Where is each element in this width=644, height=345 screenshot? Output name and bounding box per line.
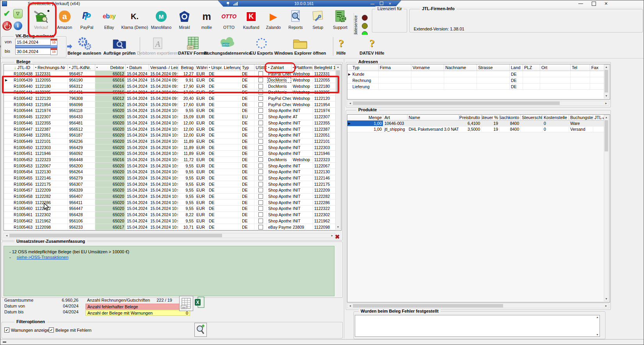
belege-row-R1005463[interactable]: R100546311220989562336501715.04.202415.0… bbox=[4, 224, 341, 230]
table-cell[interactable]: 796308 bbox=[68, 96, 95, 102]
table-cell[interactable]: EUR bbox=[195, 89, 208, 96]
table-cell[interactable]: 1122323 bbox=[34, 157, 68, 163]
table-cell[interactable]: 1121954 bbox=[313, 101, 336, 108]
table-cell[interactable]: 1122098 bbox=[313, 224, 336, 230]
table-cell[interactable]: EUR bbox=[195, 108, 208, 114]
table-cell[interactable]: EUR bbox=[195, 132, 208, 139]
table-cell[interactable]: 65020 bbox=[95, 199, 126, 206]
table-cell[interactable]: 65020 bbox=[95, 114, 126, 120]
table-cell[interactable]: Webshop bbox=[292, 71, 313, 77]
table-cell[interactable]: DE bbox=[510, 77, 523, 84]
table-cell[interactable]: 12,00 bbox=[178, 126, 195, 132]
table-cell[interactable]: 65020 bbox=[95, 169, 126, 175]
toolbar-item-ebay[interactable]: ebayEBay bbox=[98, 7, 120, 35]
table-cell[interactable]: R1005449 bbox=[4, 139, 34, 145]
table-cell[interactable]: DE bbox=[241, 126, 254, 132]
table-cell[interactable]: 1122331 bbox=[313, 71, 336, 77]
table-cell[interactable]: 15.04.2024 10:05 bbox=[149, 194, 178, 200]
ustid-checkbox[interactable] bbox=[258, 90, 263, 94]
table-cell[interactable]: DE bbox=[208, 206, 241, 212]
table-cell[interactable]: 9,55 bbox=[178, 187, 195, 194]
table-cell[interactable]: DE bbox=[241, 194, 254, 200]
column-header-debitor[interactable]: •Debitor bbox=[95, 64, 126, 71]
table-cell[interactable]: R1005451 bbox=[4, 151, 34, 157]
table-cell[interactable]: Rechnung bbox=[347, 77, 379, 84]
table-cell[interactable]: INIT bbox=[292, 218, 313, 224]
table-cell[interactable]: 15.04.2024 bbox=[126, 218, 149, 224]
table-cell[interactable]: 65012 bbox=[95, 96, 126, 102]
table-cell[interactable]: 15.04.2024 10:02 bbox=[149, 132, 178, 139]
table-cell[interactable]: 12,00 bbox=[178, 120, 195, 126]
table-cell[interactable]: 1122307 bbox=[313, 114, 336, 120]
table-cell[interactable]: 1122322 bbox=[34, 206, 68, 212]
table-cell[interactable]: 65020 bbox=[95, 108, 126, 114]
table-cell[interactable]: INIT bbox=[292, 175, 313, 181]
table-cell[interactable]: eBay Paymer bbox=[267, 224, 292, 230]
toolbar-item-mirakl[interactable]: Mirakl bbox=[173, 7, 196, 35]
column-header-ort[interactable]: Ort bbox=[540, 64, 571, 71]
table-cell[interactable]: 15.04.2024 bbox=[126, 126, 149, 132]
table-cell[interactable]: 15.04.2024 bbox=[126, 101, 149, 108]
table-cell[interactable]: 15.04.2024 10:01 bbox=[149, 114, 178, 120]
table-cell[interactable]: 1122175 bbox=[34, 181, 68, 187]
table-cell[interactable]: 15.04.2024 bbox=[126, 187, 149, 194]
table-cell[interactable]: DE bbox=[241, 132, 254, 139]
table-cell[interactable]: 65020 bbox=[95, 206, 126, 212]
table-cell[interactable]: Versand bbox=[569, 126, 593, 132]
table-cell[interactable] bbox=[379, 77, 411, 84]
ustid-checkbox[interactable] bbox=[258, 127, 263, 132]
table-cell[interactable] bbox=[593, 126, 604, 132]
table-cell[interactable]: 15.04.2024 bbox=[126, 71, 149, 77]
table-cell[interactable]: 1122146 bbox=[313, 175, 336, 181]
table-cell[interactable]: EUR bbox=[195, 218, 208, 224]
table-cell[interactable]: 12,00 bbox=[178, 132, 195, 139]
table-cell[interactable]: 15.04.2024 10:02 bbox=[149, 144, 178, 151]
table-cell[interactable]: DE bbox=[241, 212, 254, 218]
table-cell[interactable]: 1122146 bbox=[34, 175, 68, 181]
table-cell[interactable]: 15.04.2024 bbox=[126, 89, 149, 96]
table-cell[interactable]: DE bbox=[208, 175, 241, 181]
table-cell[interactable]: 1122307 bbox=[34, 114, 68, 120]
filter-dot-icon[interactable]: • bbox=[268, 66, 269, 69]
outer-maximize-button[interactable] bbox=[592, 2, 596, 6]
table-cell[interactable]: 15.04.2024 bbox=[126, 181, 149, 187]
table-cell[interactable]: 11,72 bbox=[178, 157, 195, 163]
table-cell[interactable]: Shop Apothe bbox=[267, 163, 292, 169]
table-cell[interactable] bbox=[411, 84, 444, 90]
table-cell[interactable]: R1005448 bbox=[4, 132, 34, 139]
table-cell[interactable]: PayPal Check bbox=[267, 101, 292, 108]
table-cell[interactable]: Webshop bbox=[292, 157, 313, 163]
filter-dot-icon[interactable]: • bbox=[209, 66, 210, 69]
action-eu-exports[interactable]: EU Exports bbox=[246, 35, 277, 58]
table-cell[interactable]: Webshop bbox=[292, 83, 313, 89]
table-cell[interactable]: 1122067 bbox=[34, 163, 68, 169]
table-cell[interactable]: 1122055 bbox=[313, 77, 336, 84]
table-cell[interactable]: 956407 bbox=[68, 194, 95, 200]
scroll-right-icon[interactable]: ► bbox=[604, 101, 608, 105]
table-cell[interactable]: EUR bbox=[195, 126, 208, 132]
rdp-restore-button[interactable] bbox=[380, 2, 383, 5]
pin-icon[interactable] bbox=[226, 2, 229, 5]
table-cell[interactable]: 1122387 bbox=[34, 126, 68, 132]
column-header-w-hrung[interactable]: Währung bbox=[195, 64, 208, 71]
adressen-vertical-scrollbar[interactable]: ▲ ▼ bbox=[604, 64, 609, 98]
table-cell[interactable]: 15.04.2024 10:05 bbox=[149, 187, 178, 194]
table-cell[interactable]: Lieferung bbox=[347, 84, 379, 90]
table-cell[interactable]: R1005460 bbox=[4, 206, 34, 212]
table-cell[interactable]: R1005440 bbox=[4, 83, 34, 89]
ustid-checkbox[interactable] bbox=[258, 78, 263, 82]
column-header-nachname[interactable]: Nachname bbox=[444, 64, 477, 71]
table-cell[interactable]: R1005459 bbox=[4, 199, 34, 206]
table-cell[interactable]: PayPal Check bbox=[267, 96, 292, 102]
table-cell[interactable]: 1122180 bbox=[34, 83, 68, 89]
csv-preview-button[interactable]: csv bbox=[179, 296, 193, 311]
table-cell[interactable]: 15.04.2024 bbox=[126, 224, 149, 230]
table-cell[interactable]: R1005439 bbox=[4, 77, 34, 84]
table-cell[interactable]: INIT bbox=[292, 126, 313, 132]
table-cell[interactable]: EUR bbox=[195, 157, 208, 163]
belege-row-R1005447[interactable]: R100544711223879565126502015.04.202415.0… bbox=[4, 126, 341, 132]
table-cell[interactable] bbox=[571, 84, 590, 90]
adressen-horizontal-scrollbar[interactable]: ◄ ► bbox=[347, 101, 609, 106]
table-cell[interactable]: 956190 bbox=[68, 77, 95, 84]
table-cell[interactable] bbox=[521, 126, 543, 132]
